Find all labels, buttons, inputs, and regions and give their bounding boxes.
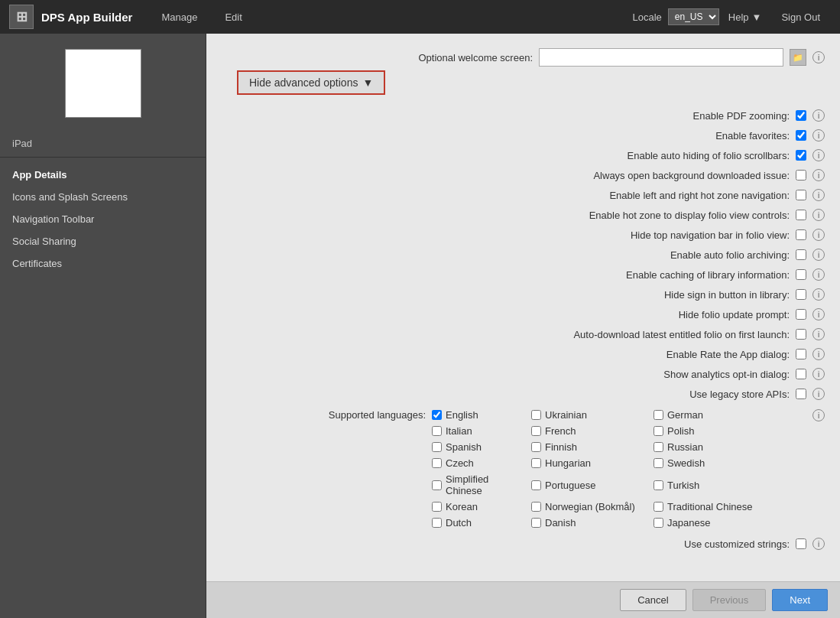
lang-english-checkbox[interactable] bbox=[432, 410, 442, 420]
hide-sign-in-info[interactable]: i bbox=[812, 288, 825, 301]
help-label: Help bbox=[728, 11, 749, 23]
sidebar-item-icons-splash[interactable]: Icons and Splash Screens bbox=[0, 186, 206, 208]
sidebar-divider bbox=[0, 157, 206, 158]
main-layout: iPad App Details Icons and Splash Screen… bbox=[0, 34, 840, 618]
manage-button[interactable]: Manage bbox=[148, 0, 211, 34]
edit-button[interactable]: Edit bbox=[211, 0, 255, 34]
enable-auto-archive-info[interactable]: i bbox=[812, 249, 825, 261]
hide-folio-update-info[interactable]: i bbox=[812, 308, 825, 320]
lang-simplified-chinese-label: Simplified Chinese bbox=[446, 473, 527, 496]
cancel-button[interactable]: Cancel bbox=[620, 589, 686, 611]
rate-app-checkbox[interactable] bbox=[796, 349, 806, 359]
hide-advanced-button[interactable]: Hide advanced options ▼ bbox=[237, 70, 385, 95]
lang-russian-checkbox[interactable] bbox=[654, 442, 663, 452]
rate-app-info[interactable]: i bbox=[812, 348, 825, 360]
legacy-store-info[interactable]: i bbox=[812, 388, 825, 400]
hide-sign-in-checkbox[interactable] bbox=[796, 289, 806, 300]
hide-top-nav-info[interactable]: i bbox=[812, 229, 825, 241]
lang-english-label: English bbox=[446, 409, 478, 421]
welcome-screen-label: Optional welcome screen: bbox=[418, 52, 533, 63]
lang-norwegian-checkbox[interactable] bbox=[531, 502, 541, 512]
lang-spanish-checkbox[interactable] bbox=[432, 442, 442, 452]
left-right-hotzone-checkbox[interactable] bbox=[796, 190, 806, 200]
hide-top-nav-checkbox[interactable] bbox=[796, 229, 806, 240]
app-title: DPS App Builder bbox=[41, 11, 132, 24]
enable-auto-hiding-checkbox[interactable] bbox=[796, 150, 806, 161]
enable-pdf-zoom-info[interactable]: i bbox=[812, 109, 825, 122]
lang-item-swedish: Swedish bbox=[654, 456, 806, 470]
lang-finnish-label: Finnish bbox=[545, 441, 577, 453]
use-customized-strings-info[interactable]: i bbox=[812, 538, 825, 550]
supported-languages-section: Supported languages: English Ukrainian G… bbox=[222, 404, 825, 534]
legacy-store-checkbox[interactable] bbox=[796, 389, 806, 399]
hide-folio-update-label: Hide folio update prompt: bbox=[679, 309, 790, 320]
enable-auto-hiding-label: Enable auto hiding of folio scrollbars: bbox=[628, 150, 790, 161]
enable-pdf-zoom-checkbox[interactable] bbox=[796, 110, 806, 121]
enable-favorites-checkbox[interactable] bbox=[796, 130, 806, 141]
welcome-screen-row: Optional welcome screen: 📁 i bbox=[222, 44, 825, 70]
hide-advanced-label: Hide advanced options bbox=[249, 76, 358, 89]
auto-download-info[interactable]: i bbox=[812, 328, 825, 340]
enable-favorites-info[interactable]: i bbox=[812, 129, 825, 141]
hotzone-folio-checkbox[interactable] bbox=[796, 210, 806, 220]
lang-japanese-checkbox[interactable] bbox=[654, 518, 663, 528]
lang-simplified-chinese-checkbox[interactable] bbox=[432, 480, 442, 490]
lang-hungarian-checkbox[interactable] bbox=[531, 458, 541, 468]
enable-caching-info[interactable]: i bbox=[812, 268, 825, 281]
lang-item-japanese: Japanese bbox=[654, 516, 806, 530]
supported-languages-label: Supported languages: bbox=[329, 408, 426, 421]
lang-ukrainian-checkbox[interactable] bbox=[531, 410, 541, 420]
enable-caching-label: Enable caching of library information: bbox=[626, 269, 790, 281]
lang-turkish-checkbox[interactable] bbox=[654, 480, 663, 490]
lang-traditional-chinese-checkbox[interactable] bbox=[654, 502, 663, 512]
locale-select[interactable]: en_US bbox=[668, 8, 719, 25]
topbar-nav: Manage Edit bbox=[148, 0, 255, 34]
show-analytics-checkbox[interactable] bbox=[796, 369, 806, 379]
lang-portuguese-checkbox[interactable] bbox=[531, 480, 541, 490]
lang-danish-checkbox[interactable] bbox=[531, 518, 541, 528]
lang-swedish-checkbox[interactable] bbox=[654, 458, 663, 468]
auto-download-checkbox[interactable] bbox=[796, 329, 806, 340]
left-right-hotzone-info[interactable]: i bbox=[812, 189, 825, 201]
auto-download-row: Auto-download latest entitled folio on f… bbox=[222, 324, 825, 344]
enable-caching-checkbox[interactable] bbox=[796, 269, 806, 280]
next-button[interactable]: Next bbox=[772, 589, 828, 611]
content-scroll: Optional welcome screen: 📁 i Hide advanc… bbox=[206, 34, 840, 581]
welcome-screen-info-icon[interactable]: i bbox=[812, 51, 825, 63]
sidebar-item-social-sharing[interactable]: Social Sharing bbox=[0, 230, 206, 252]
lang-dutch-checkbox[interactable] bbox=[432, 518, 442, 528]
lang-item-finnish: Finnish bbox=[531, 440, 654, 454]
open-background-info[interactable]: i bbox=[812, 169, 825, 181]
help-button[interactable]: Help ▼ bbox=[719, 0, 771, 34]
lang-item-spanish: Spanish bbox=[432, 440, 531, 454]
languages-info-icon[interactable]: i bbox=[812, 409, 825, 421]
hotzone-folio-info[interactable]: i bbox=[812, 209, 825, 221]
show-analytics-info[interactable]: i bbox=[812, 368, 825, 380]
lang-italian-checkbox[interactable] bbox=[432, 426, 442, 436]
sidebar-item-certificates[interactable]: Certificates bbox=[0, 252, 206, 275]
hide-folio-update-checkbox[interactable] bbox=[796, 309, 806, 320]
lang-polish-checkbox[interactable] bbox=[654, 426, 663, 436]
lang-korean-checkbox[interactable] bbox=[432, 502, 442, 512]
footer: Cancel Previous Next bbox=[206, 581, 840, 618]
use-customized-strings-checkbox[interactable] bbox=[796, 538, 806, 549]
sidebar-item-app-details[interactable]: App Details bbox=[0, 164, 206, 186]
hide-sign-in-row: Hide sign in button in library: i bbox=[222, 285, 825, 304]
hotzone-folio-label: Enable hot zone to display folio view co… bbox=[589, 210, 790, 221]
sidebar-item-nav-toolbar[interactable]: Navigation Toolbar bbox=[0, 208, 206, 230]
lang-swedish-label: Swedish bbox=[667, 457, 705, 469]
lang-czech-checkbox[interactable] bbox=[432, 458, 442, 468]
signout-button[interactable]: Sign Out bbox=[770, 0, 831, 34]
enable-auto-hiding-info[interactable]: i bbox=[812, 149, 825, 161]
lang-french-checkbox[interactable] bbox=[531, 426, 541, 436]
welcome-screen-input[interactable] bbox=[539, 48, 783, 67]
file-browse-icon[interactable]: 📁 bbox=[790, 49, 806, 66]
lang-item-dutch: Dutch bbox=[432, 516, 531, 530]
topbar: ⊞ DPS App Builder Manage Edit Locale en_… bbox=[0, 0, 840, 34]
lang-german-checkbox[interactable] bbox=[654, 410, 663, 420]
open-background-checkbox[interactable] bbox=[796, 170, 806, 181]
lang-finnish-checkbox[interactable] bbox=[531, 442, 541, 452]
lang-item-russian: Russian bbox=[654, 440, 806, 454]
lang-spanish-label: Spanish bbox=[446, 441, 482, 453]
enable-auto-archive-checkbox[interactable] bbox=[796, 249, 806, 260]
